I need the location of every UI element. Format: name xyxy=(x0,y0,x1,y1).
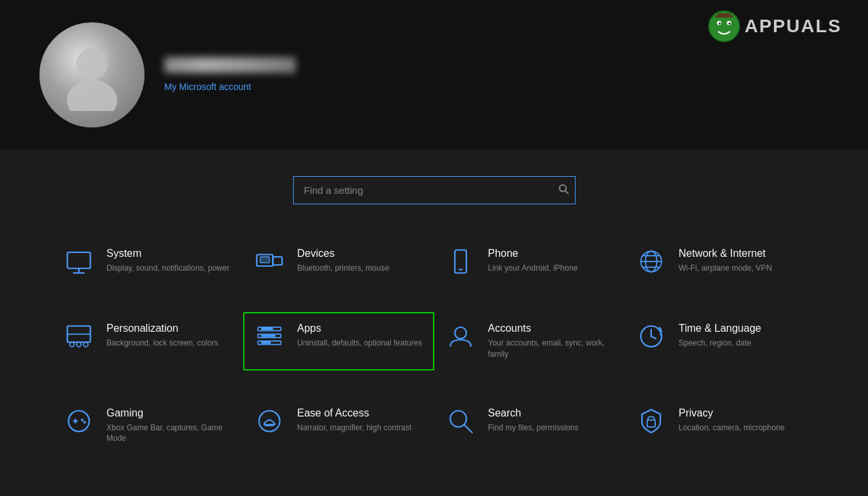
svg-rect-34 xyxy=(262,342,271,344)
svg-rect-8 xyxy=(716,15,733,17)
setting-title-network: Network & Internet xyxy=(679,248,805,259)
setting-text-time: Time & Language Speech, region, date xyxy=(679,323,805,349)
watermark: APPUALS xyxy=(708,10,842,43)
setting-item-time[interactable]: Time & Language Speech, region, date xyxy=(625,312,815,371)
gaming-icon xyxy=(63,407,95,435)
setting-item-ease[interactable]: Ease of Access Narrator, magnifier, high… xyxy=(243,397,434,455)
header: My Microsoft account APPUALS xyxy=(0,0,868,150)
svg-rect-49 xyxy=(647,420,655,427)
setting-desc-phone: Link your Android, iPhone xyxy=(488,263,614,274)
time-icon xyxy=(635,323,667,350)
setting-text-devices: Devices Bluetooth, printers, mouse xyxy=(297,248,423,274)
setting-text-accounts: Accounts Your accounts, email, sync, wor… xyxy=(488,323,614,360)
svg-point-44 xyxy=(260,411,281,432)
setting-title-ease: Ease of Access xyxy=(297,407,423,419)
setting-title-search: Search xyxy=(488,407,614,419)
setting-item-devices[interactable]: Devices Bluetooth, printers, mouse xyxy=(243,237,434,286)
setting-title-accounts: Accounts xyxy=(488,323,614,334)
watermark-text: APPUALS xyxy=(744,16,842,37)
setting-title-devices: Devices xyxy=(297,248,423,259)
avatar xyxy=(39,22,145,127)
svg-rect-16 xyxy=(260,257,269,263)
setting-desc-ease: Narrator, magnifier, high contrast xyxy=(297,422,423,434)
privacy-icon xyxy=(635,407,667,435)
setting-text-network: Network & Internet Wi-Fi, airplane mode,… xyxy=(679,248,805,274)
accounts-icon xyxy=(445,323,476,350)
search-container xyxy=(53,176,815,204)
search-wrapper xyxy=(293,176,576,204)
setting-desc-privacy: Location, camera, microphone xyxy=(679,422,805,434)
svg-point-43 xyxy=(83,421,85,423)
svg-rect-33 xyxy=(262,335,275,336)
setting-item-network[interactable]: Network & Internet Wi-Fi, airplane mode,… xyxy=(625,237,815,286)
search-button[interactable] xyxy=(559,184,569,197)
setting-item-apps[interactable]: Apps Uninstall, defaults, optional featu… xyxy=(243,312,434,371)
setting-desc-network: Wi-Fi, airplane mode, VPN xyxy=(679,263,805,274)
user-info: My Microsoft account xyxy=(164,57,296,93)
setting-text-system: System Display, sound, notifications, po… xyxy=(106,248,233,274)
settings-grid: System Display, sound, notifications, po… xyxy=(53,237,815,455)
setting-text-phone: Phone Link your Android, iPhone xyxy=(488,248,614,274)
svg-rect-15 xyxy=(273,257,283,265)
setting-title-time: Time & Language xyxy=(679,323,805,334)
setting-item-phone[interactable]: Phone Link your Android, iPhone xyxy=(434,237,625,286)
setting-desc-system: Display, sound, notifications, power xyxy=(106,263,233,274)
system-icon xyxy=(63,248,95,275)
svg-point-9 xyxy=(559,185,566,191)
main-content: System Display, sound, notifications, po… xyxy=(0,150,868,496)
svg-point-42 xyxy=(81,419,83,421)
user-name-blur xyxy=(164,57,296,73)
setting-title-system: System xyxy=(106,248,233,259)
setting-item-accounts[interactable]: Accounts Your accounts, email, sync, wor… xyxy=(434,312,625,371)
setting-item-privacy[interactable]: Privacy Location, camera, microphone xyxy=(625,397,815,455)
ms-account-link[interactable]: My Microsoft account xyxy=(164,81,251,92)
setting-item-personalization[interactable]: Personalization Background, lock screen,… xyxy=(53,312,243,371)
setting-item-search[interactable]: Search Find my files, permissions xyxy=(434,397,625,455)
setting-desc-gaming: Xbox Game Bar, captures, Game Mode xyxy=(106,422,233,445)
svg-point-6 xyxy=(729,22,731,24)
setting-title-personalization: Personalization xyxy=(106,323,233,334)
setting-item-gaming[interactable]: Gaming Xbox Game Bar, captures, Game Mod… xyxy=(53,397,243,455)
phone-icon xyxy=(445,248,476,275)
svg-point-0 xyxy=(76,48,108,79)
devices-icon xyxy=(254,248,285,275)
svg-rect-32 xyxy=(262,328,273,330)
setting-text-ease: Ease of Access Narrator, magnifier, high… xyxy=(297,407,423,434)
setting-text-search: Search Find my files, permissions xyxy=(488,407,614,434)
svg-point-39 xyxy=(68,411,89,432)
setting-desc-accounts: Your accounts, email, sync, work, family xyxy=(488,338,614,360)
setting-title-gaming: Gaming xyxy=(106,407,233,419)
search-input[interactable] xyxy=(293,176,576,204)
setting-title-phone: Phone xyxy=(488,248,614,259)
setting-text-apps: Apps Uninstall, defaults, optional featu… xyxy=(297,323,423,349)
personalization-icon xyxy=(63,323,95,350)
setting-text-gaming: Gaming Xbox Game Bar, captures, Game Mod… xyxy=(106,407,233,445)
network-icon xyxy=(635,248,667,275)
setting-title-apps: Apps xyxy=(297,323,423,334)
setting-text-privacy: Privacy Location, camera, microphone xyxy=(679,407,805,434)
apps-icon xyxy=(254,323,285,350)
setting-desc-personalization: Background, lock screen, colors xyxy=(106,338,233,349)
ease-icon xyxy=(254,407,285,435)
svg-rect-11 xyxy=(68,252,91,269)
search-icon xyxy=(445,407,476,435)
setting-desc-time: Speech, region, date xyxy=(679,338,805,349)
setting-desc-devices: Bluetooth, printers, mouse xyxy=(297,263,423,274)
setting-item-system[interactable]: System Display, sound, notifications, po… xyxy=(53,237,243,286)
setting-desc-apps: Uninstall, defaults, optional features xyxy=(297,338,423,349)
setting-text-personalization: Personalization Background, lock screen,… xyxy=(106,323,233,349)
svg-line-10 xyxy=(565,191,568,194)
svg-point-5 xyxy=(719,22,721,24)
svg-line-48 xyxy=(464,424,472,432)
svg-line-38 xyxy=(651,336,656,339)
svg-point-35 xyxy=(455,327,467,339)
setting-desc-search: Find my files, permissions xyxy=(488,422,614,434)
svg-point-1 xyxy=(67,80,118,111)
setting-title-privacy: Privacy xyxy=(679,407,805,419)
